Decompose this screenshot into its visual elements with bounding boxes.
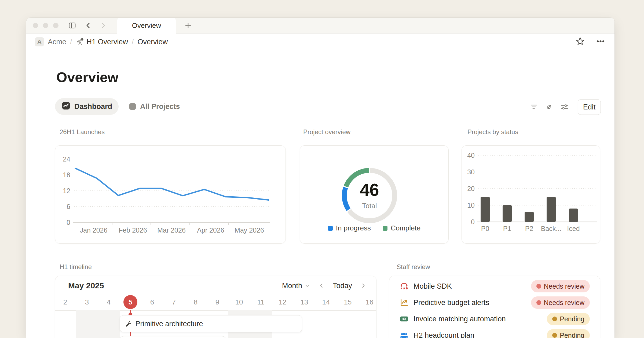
page-title: Overview <box>56 69 118 85</box>
breadcrumb-separator: / <box>132 38 134 46</box>
y-axis-label: 18 <box>63 171 70 179</box>
status-badge-label: Needs review <box>544 299 584 307</box>
legend-label: Complete <box>391 224 420 232</box>
widget-title-timeline: H1 timeline <box>60 263 92 271</box>
breadcrumb-parent-page[interactable]: H1 Overview <box>76 37 128 47</box>
staff-item-title: Predictive budget alerts <box>414 299 489 307</box>
timeline-next-icon[interactable] <box>360 282 367 289</box>
y-axis-label: 12 <box>63 187 70 194</box>
donut-center: 46 Total <box>342 168 397 223</box>
by-status-bar-chart-card: 403020100P0P1P2Back...Iced <box>462 145 600 244</box>
zoom-window-button[interactable] <box>53 23 58 28</box>
timeline-prev-icon[interactable] <box>318 282 325 289</box>
breadcrumb-workspace[interactable]: Acme <box>48 38 66 46</box>
donut-total-label: Total <box>362 202 377 210</box>
new-tab-icon[interactable] <box>184 21 192 30</box>
settings-sliders-icon[interactable] <box>561 103 569 111</box>
timeline-date: 11 <box>254 295 268 309</box>
desktop-background: Overview A Acme / H1 Overview / Overview <box>0 0 644 338</box>
telescope-icon <box>76 37 85 47</box>
breadcrumb-current-page[interactable]: Overview <box>138 38 168 46</box>
bar-chart: 403020100P0P1P2Back...Iced <box>462 146 600 243</box>
view-toolbar: Edit <box>26 99 614 115</box>
bar <box>503 205 512 222</box>
status-badge-label: Pending <box>560 315 584 323</box>
staff-review-row[interactable]: Invoice matching automationPending <box>389 311 600 327</box>
legend-label: In progress <box>336 224 371 232</box>
staff-item-title: H2 headcount plan <box>414 331 474 338</box>
x-axis-label: P1 <box>503 225 511 232</box>
status-dot-icon <box>552 317 557 321</box>
timeline-event[interactable]: Primitive architecture <box>120 315 302 332</box>
forward-icon[interactable] <box>99 21 107 30</box>
edit-button[interactable]: Edit <box>578 99 601 115</box>
y-axis-label: 0 <box>67 219 70 226</box>
timeline-date: 3 <box>80 295 94 309</box>
back-icon[interactable] <box>84 21 92 30</box>
close-window-button[interactable] <box>33 23 38 28</box>
status-badge: Needs review <box>531 296 590 309</box>
launches-line-chart-card: 24181260Jan 2026Feb 2026Mar 2026Apr 2026… <box>55 145 286 244</box>
timeline-date: 14 <box>319 295 333 309</box>
x-axis-label: Back... <box>541 225 561 232</box>
staff-item-title: Invoice matching automation <box>414 315 506 323</box>
x-axis-label: Apr 2026 <box>197 226 224 234</box>
legend-swatch <box>383 226 387 231</box>
project-overview-donut-card: 46 Total In progressComplete <box>300 145 449 244</box>
timeline-date: 6 <box>145 295 159 309</box>
timeline-date: 2 <box>58 295 72 309</box>
app-window: Overview A Acme / H1 Overview / Overview <box>26 18 614 338</box>
breadcrumb: A Acme / H1 Overview / Overview <box>26 34 614 50</box>
workflow-icon <box>400 282 409 291</box>
timeline-date: 8 <box>189 295 203 309</box>
more-options-icon[interactable] <box>596 36 605 47</box>
staff-item-title: Mobile SDK <box>414 282 452 291</box>
bar <box>525 212 534 222</box>
browser-tab-overview[interactable]: Overview <box>117 18 176 34</box>
minimize-window-button[interactable] <box>43 23 48 28</box>
donut-legend: In progressComplete <box>300 224 448 232</box>
expand-icon[interactable] <box>545 103 553 111</box>
x-axis-label: Mar 2026 <box>157 226 186 234</box>
bar <box>569 208 578 222</box>
timeline-card: May 2025 Month Today 2345678910111213141… <box>55 276 376 338</box>
timeline-date: 4 <box>102 295 116 309</box>
status-dot-icon <box>536 284 541 289</box>
favorite-star-icon[interactable] <box>575 36 585 47</box>
staff-review-row[interactable]: H2 headcount planPending <box>389 327 600 338</box>
timeline-today-date: 5 <box>123 295 137 309</box>
legend-item: Complete <box>383 224 420 232</box>
x-axis-label: May 2026 <box>235 226 264 234</box>
timeline-event[interactable]: Explore entry paths <box>120 336 226 338</box>
timeline-date: 12 <box>276 295 290 309</box>
status-badge: Pending <box>547 313 590 325</box>
workspace-avatar[interactable]: A <box>35 37 44 46</box>
tab-title: Overview <box>132 21 161 30</box>
timeline-event-title: Primitive architecture <box>136 320 203 328</box>
sidebar-toggle-icon[interactable] <box>68 21 76 30</box>
legend-item: In progress <box>328 224 371 232</box>
y-axis-label: 40 <box>467 152 475 159</box>
timeline-today-button[interactable]: Today <box>333 282 352 290</box>
status-badge: Pending <box>547 329 590 338</box>
staff-review-row[interactable]: Mobile SDKNeeds review <box>389 278 600 294</box>
window-tab-bar: Overview <box>26 18 614 34</box>
status-badge: Needs review <box>531 280 590 292</box>
x-axis-label: Jan 2026 <box>80 226 108 234</box>
status-badge-label: Pending <box>560 332 584 338</box>
status-badge-label: Needs review <box>544 282 584 290</box>
x-axis-label: Iced <box>567 225 580 232</box>
timeline-date: 7 <box>167 295 181 309</box>
staff-review-card: Mobile SDKNeeds reviewPredictive budget … <box>389 276 600 338</box>
y-axis-label: 0 <box>471 218 475 226</box>
timeline-view-selector[interactable]: Month <box>282 282 310 290</box>
filter-icon[interactable] <box>530 103 538 111</box>
staff-review-row[interactable]: Predictive budget alertsNeeds review <box>389 295 600 311</box>
timeline-day-row: 2345678910111213141516 <box>55 294 376 310</box>
x-axis-label: P0 <box>481 225 489 232</box>
widget-title-staff-review: Staff review <box>397 263 430 271</box>
widget-title-project-overview: Project overview <box>303 128 350 136</box>
timeline-date: 9 <box>210 295 224 309</box>
widget-title-by-status: Projects by status <box>467 128 518 136</box>
timeline-date: 13 <box>297 295 311 309</box>
